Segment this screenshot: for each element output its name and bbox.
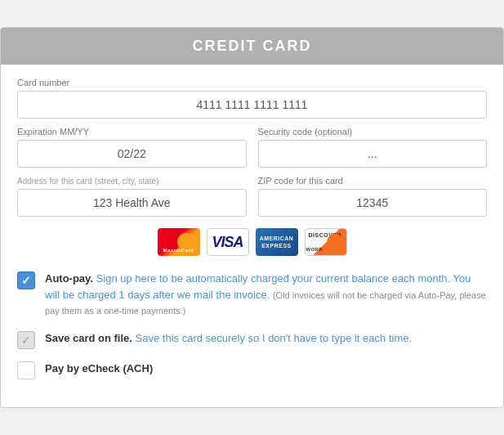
checkboxes-section: Auto-pay. Sign up here to be automatical… — [17, 271, 487, 379]
address-input[interactable] — [17, 189, 247, 217]
address-group: Address for this card (street, city, sta… — [17, 176, 247, 217]
save-card-row: Save card on file. Save this card secure… — [17, 330, 487, 349]
save-card-bold: Save card on file. — [45, 332, 132, 344]
amex-logo: AMERICAN EXPRESS — [256, 228, 298, 256]
zip-group: ZIP code for this card — [258, 176, 488, 217]
expiry-security-row: Expiration MM/YY Security code (optional… — [17, 127, 487, 168]
autopay-bold: Auto-pay. — [45, 272, 93, 285]
mastercard-logo: MasterCard — [158, 228, 200, 256]
header-title: CREDIT CARD — [193, 38, 312, 54]
autopay-text: Auto-pay. Sign up here to be automatical… — [45, 271, 487, 319]
zip-input[interactable] — [258, 189, 488, 217]
echeck-row: Pay by eCheck (ACH) — [17, 361, 487, 379]
autopay-row: Auto-pay. Sign up here to be automatical… — [17, 271, 487, 319]
expiry-group: Expiration MM/YY — [17, 127, 247, 168]
save-card-blue: Save this card securely so I don't have … — [136, 332, 413, 344]
discover-logo: DISCOVER NETWORK — [305, 228, 347, 256]
save-card-text: Save card on file. Save this card secure… — [45, 330, 412, 347]
save-card-checkbox[interactable] — [17, 331, 35, 349]
security-label: Security code (optional) — [258, 127, 488, 137]
card-number-label: Card number — [17, 78, 487, 87]
address-label: Address for this card (street, city, sta… — [17, 176, 247, 186]
autopay-checkbox[interactable] — [17, 271, 35, 289]
credit-card-form: CREDIT CARD Card number Expiration MM/YY… — [0, 27, 504, 408]
expiry-label: Expiration MM/YY — [17, 127, 247, 137]
form-body: Card number Expiration MM/YY Security co… — [1, 65, 503, 407]
card-logos-row: MasterCard VISA AMERICAN EXPRESS DISCOVE… — [17, 228, 487, 256]
card-number-input[interactable] — [17, 91, 487, 119]
card-number-group: Card number — [17, 78, 487, 119]
security-group: Security code (optional) — [258, 127, 488, 168]
security-input[interactable] — [258, 140, 488, 168]
address-zip-row: Address for this card (street, city, sta… — [17, 176, 487, 217]
zip-label: ZIP code for this card — [258, 176, 488, 186]
echeck-text: Pay by eCheck (ACH) — [45, 361, 153, 377]
echeck-bold: Pay by eCheck (ACH) — [45, 362, 153, 374]
expiry-input[interactable] — [17, 140, 247, 168]
form-header: CREDIT CARD — [1, 28, 503, 65]
echeck-checkbox[interactable] — [17, 361, 35, 379]
visa-logo: VISA — [207, 228, 249, 256]
